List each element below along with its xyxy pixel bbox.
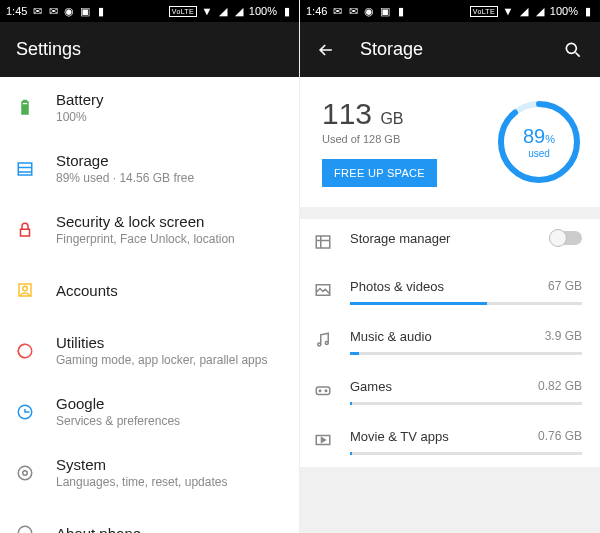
free-up-space-button[interactable]: FREE UP SPACE xyxy=(322,159,437,187)
category-row[interactable]: Games0.82 GB xyxy=(300,367,600,417)
settings-item-system[interactable]: SystemLanguages, time, reset, updates xyxy=(0,442,299,503)
voicemail-icon: ✉ xyxy=(331,5,343,17)
item-label: About phone xyxy=(56,525,283,534)
svg-point-10 xyxy=(18,466,32,480)
storage-manager-row[interactable]: Storage manager xyxy=(300,219,600,267)
sync-icon: ◉ xyxy=(63,5,75,17)
usage-ring: 89% used xyxy=(496,99,582,185)
category-size: 3.9 GB xyxy=(545,329,582,344)
settings-item-storage[interactable]: Storage89% used · 14.56 GB free xyxy=(0,138,299,199)
wifi-icon: ▼ xyxy=(502,5,514,17)
about-icon xyxy=(16,524,56,533)
item-sub: 100% xyxy=(56,110,283,124)
category-label: Music & audio xyxy=(350,329,432,344)
battery-small-icon: ▮ xyxy=(395,5,407,17)
signal2-icon: ◢ xyxy=(233,5,245,17)
category-row[interactable]: Movie & TV apps0.76 GB xyxy=(300,417,600,467)
search-icon[interactable] xyxy=(562,40,584,60)
ring-pct-sym: % xyxy=(545,133,555,145)
storage-panel: 1:46 ✉ ✉ ◉ ▣ ▮ VoLTE ▼ ◢ ◢ 100% ▮ Storag… xyxy=(300,0,600,533)
item-label: Storage xyxy=(56,152,283,169)
svg-rect-1 xyxy=(24,100,27,102)
category-label: Photos & videos xyxy=(350,279,444,294)
settings-item-google[interactable]: GoogleServices & preferences xyxy=(0,381,299,442)
svg-point-17 xyxy=(318,343,321,346)
category-bar xyxy=(350,302,582,305)
category-icon xyxy=(314,429,336,453)
google-icon xyxy=(16,403,56,421)
page-title: Settings xyxy=(16,39,283,60)
battery-pct: 100% xyxy=(550,5,578,17)
svg-point-6 xyxy=(23,286,28,291)
voicemail-icon: ✉ xyxy=(31,5,43,17)
app-bar: Settings xyxy=(0,22,299,77)
storage-manager-icon xyxy=(314,231,336,255)
lock-icon xyxy=(16,221,56,239)
svg-point-9 xyxy=(23,470,28,475)
category-bar xyxy=(350,402,582,405)
svg-point-12 xyxy=(566,43,576,53)
item-sub: Fingerprint, Face Unlock, location xyxy=(56,232,283,246)
battery-icon: ▮ xyxy=(582,5,594,17)
clock: 1:45 xyxy=(6,5,27,17)
category-label: Games xyxy=(350,379,392,394)
battery-pct: 100% xyxy=(249,5,277,17)
chat-icon: ✉ xyxy=(347,5,359,17)
svg-rect-4 xyxy=(21,229,30,236)
category-row[interactable]: Photos & videos67 GB xyxy=(300,267,600,317)
back-button[interactable] xyxy=(316,40,336,60)
settings-item-lock[interactable]: Security & lock screenFingerprint, Face … xyxy=(0,199,299,260)
signal-icon: ◢ xyxy=(518,5,530,17)
account-icon xyxy=(16,281,56,299)
svg-point-20 xyxy=(319,390,321,392)
category-size: 67 GB xyxy=(548,279,582,294)
category-label: Movie & TV apps xyxy=(350,429,449,444)
settings-item-utilities[interactable]: UtilitiesGaming mode, app locker, parall… xyxy=(0,320,299,381)
used-subtitle: Used of 128 GB xyxy=(322,133,478,145)
volte-badge: VoLTE xyxy=(470,6,498,17)
storage-icon xyxy=(16,160,56,178)
item-label: Security & lock screen xyxy=(56,213,283,230)
category-icon xyxy=(314,279,336,303)
used-amount: 113 GB xyxy=(322,97,478,131)
ring-pct: 89 xyxy=(523,125,545,147)
ring-label: used xyxy=(528,148,550,159)
category-bar xyxy=(350,352,582,355)
svg-point-11 xyxy=(18,526,32,533)
category-size: 0.82 GB xyxy=(538,379,582,394)
settings-item-account[interactable]: Accounts xyxy=(0,260,299,320)
category-row[interactable]: Music & audio3.9 GB xyxy=(300,317,600,367)
used-number: 113 xyxy=(322,97,372,130)
settings-item-battery[interactable]: Battery100% xyxy=(0,77,299,138)
used-unit: GB xyxy=(380,110,403,127)
chat-icon: ✉ xyxy=(47,5,59,17)
item-sub: Services & preferences xyxy=(56,414,283,428)
volte-badge: VoLTE xyxy=(169,6,197,17)
battery-icon: ▮ xyxy=(281,5,293,17)
item-label: System xyxy=(56,456,283,473)
battery-icon xyxy=(16,99,56,117)
category-icon xyxy=(314,379,336,403)
storage-hero: 113 GB Used of 128 GB FREE UP SPACE 89% … xyxy=(300,77,600,207)
page-title: Storage xyxy=(360,39,562,60)
image-icon: ▣ xyxy=(79,5,91,17)
signal2-icon: ◢ xyxy=(534,5,546,17)
svg-rect-15 xyxy=(316,236,330,248)
app-bar: Storage xyxy=(300,22,600,77)
wifi-icon: ▼ xyxy=(201,5,213,17)
system-icon xyxy=(16,464,56,482)
category-size: 0.76 GB xyxy=(538,429,582,444)
item-sub: 89% used · 14.56 GB free xyxy=(56,171,283,185)
settings-item-about[interactable]: About phone xyxy=(0,503,299,533)
sync-icon: ◉ xyxy=(363,5,375,17)
clock: 1:46 xyxy=(306,5,327,17)
settings-panel: 1:45 ✉ ✉ ◉ ▣ ▮ VoLTE ▼ ◢ ◢ 100% ▮ Settin… xyxy=(0,0,300,533)
item-sub: Languages, time, reset, updates xyxy=(56,475,283,489)
status-bar: 1:45 ✉ ✉ ◉ ▣ ▮ VoLTE ▼ ◢ ◢ 100% ▮ xyxy=(0,0,299,22)
svg-rect-19 xyxy=(316,387,330,395)
storage-manager-toggle[interactable] xyxy=(550,231,582,245)
battery-small-icon: ▮ xyxy=(95,5,107,17)
image-icon: ▣ xyxy=(379,5,391,17)
svg-point-21 xyxy=(325,390,327,392)
item-label: Battery xyxy=(56,91,283,108)
